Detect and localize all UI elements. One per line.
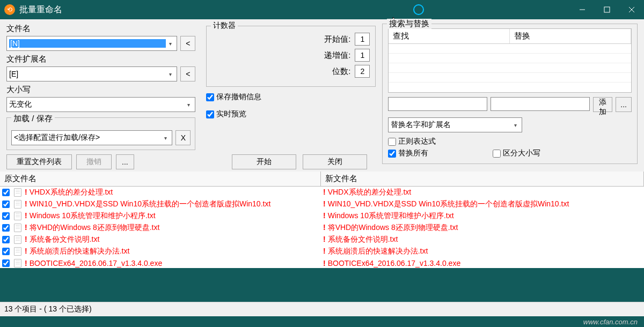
undo-button[interactable]: 撤销 [76, 154, 112, 169]
minimize-button[interactable] [570, 0, 595, 19]
file-icon [12, 224, 24, 232]
file-row[interactable]: !系统崩溃后的快速解决办法.txt!系统崩溃后的快速解决办法.txt [0, 246, 644, 257]
filename-label: 文件名 [6, 24, 195, 34]
app-logo-icon: ⟲ [4, 4, 15, 15]
reset-list-button[interactable]: 重置文件列表 [6, 154, 72, 169]
svg-rect-1 [604, 7, 610, 12]
ext-combo[interactable]: [E]▾ [6, 66, 177, 81]
ext-label: 文件扩展名 [6, 54, 195, 64]
counter-step-label: 递增值: [324, 50, 350, 61]
file-icon [12, 235, 24, 244]
file-icon [12, 212, 24, 220]
start-button[interactable]: 开始 [232, 154, 296, 169]
maximize-button[interactable] [595, 0, 619, 19]
chevron-down-icon: ▾ [184, 102, 193, 108]
file-row-checkbox[interactable] [2, 212, 10, 220]
close-dialog-button[interactable]: 关闭 [303, 154, 367, 169]
watermark: www.cfan.com.cn [583, 318, 638, 326]
counter-step-input[interactable] [355, 49, 370, 62]
cortana-icon [413, 4, 424, 15]
file-icon [12, 188, 24, 197]
chevron-down-icon: ▾ [166, 71, 174, 77]
file-row-checkbox[interactable] [2, 236, 10, 243]
case-combo[interactable]: 无变化▾ [6, 97, 195, 112]
sr-replace-input[interactable] [491, 97, 590, 111]
file-row-checkbox[interactable] [2, 200, 10, 208]
realtime-preview-checkbox[interactable]: 实时预览 [206, 109, 376, 119]
chevron-down-icon: ▾ [161, 135, 170, 141]
status-bar: 13 个项目 - ( 13 个已选择) [0, 302, 644, 316]
sr-find-input[interactable] [388, 97, 487, 111]
sr-more-button[interactable]: ... [616, 97, 632, 112]
counter-legend: 计数器 [211, 21, 238, 31]
counter-group: 计数器 开始值: 递增值: 位数: [206, 26, 376, 87]
sr-casesens-checkbox[interactable]: 区分大小写 [493, 148, 540, 158]
file-row[interactable]: !VHDX系统的差分处理.txt!VHDX系统的差分处理.txt [0, 187, 644, 198]
col-new-header: 新文件名 [321, 172, 644, 186]
counter-digits-label: 位数: [332, 66, 350, 77]
sr-scope-combo[interactable]: 替换名字和扩展名▾ [388, 117, 522, 132]
filename-combo[interactable]: [N]▾ [6, 36, 177, 51]
close-button[interactable] [619, 0, 644, 19]
sr-find-header: 查找 [389, 29, 510, 43]
sr-add-button[interactable]: 添加 [593, 97, 612, 112]
chevron-down-icon: ▾ [166, 41, 174, 47]
sr-replaceall-checkbox[interactable]: 替换所有 [388, 148, 428, 158]
ext-clear-button[interactable]: < [180, 66, 195, 81]
counter-digits-input[interactable] [355, 65, 370, 78]
file-row-checkbox[interactable] [2, 259, 10, 267]
titlebar: ⟲ 批量重命名 [0, 0, 644, 19]
file-row-checkbox[interactable] [2, 248, 10, 255]
loadsave-group: 加载 / 保存 <选择配置进行加载/保存>▾ X [6, 117, 195, 150]
loadsave-x-button[interactable]: X [175, 130, 191, 145]
more-button[interactable]: ... [116, 154, 134, 169]
sr-replace-header: 替换 [510, 29, 631, 43]
filelist-header: 原文件名 新文件名 [0, 172, 644, 187]
counter-start-label: 开始值: [324, 34, 350, 44]
file-row[interactable]: !系统备份文件说明.txt!系统备份文件说明.txt [0, 234, 644, 246]
loadsave-combo[interactable]: <选择配置进行加载/保存>▾ [11, 130, 172, 145]
file-icon [12, 259, 24, 267]
window-title: 批量重命名 [19, 4, 62, 16]
file-list[interactable]: !VHDX系统的差分处理.txt!VHDX系统的差分处理.txt!WIN10_V… [0, 187, 644, 268]
file-row-checkbox[interactable] [2, 224, 10, 232]
chevron-down-icon: ▾ [511, 122, 519, 128]
loadsave-legend: 加载 / 保存 [11, 114, 55, 124]
col-orig-header: 原文件名 [0, 172, 321, 186]
case-label: 大小写 [6, 85, 195, 95]
file-icon [12, 200, 24, 209]
file-icon [12, 247, 24, 256]
save-undo-checkbox[interactable]: 保存撤销信息 [206, 92, 376, 102]
file-row[interactable]: !BOOTICEx64_2016.06.17_v1.3.4.0.exe!BOOT… [0, 257, 644, 268]
main-panel: 文件名 [N]▾ < 文件扩展名 [E]▾ < 大小写 无变化▾ 加载 / 保存… [0, 19, 644, 172]
sr-legend: 搜索与替换 [387, 19, 431, 29]
file-row[interactable]: !Windows 10系统管理和维护小程序.txt!Windows 10系统管理… [0, 210, 644, 222]
search-replace-group: 搜索与替换 查找 替换 添加 ... 替换名字和扩展名▾ [382, 24, 638, 164]
filename-clear-button[interactable]: < [180, 36, 195, 51]
sr-table: 查找 替换 [388, 28, 632, 93]
file-row-checkbox[interactable] [2, 189, 10, 196]
file-row[interactable]: !将VHD的Windows 8还原到物理硬盘.txt!将VHD的Windows … [0, 222, 644, 234]
file-row[interactable]: !WIN10_VHD.VHDX是SSD Win10系统挂载的一个创造者版虚拟Wi… [0, 198, 644, 210]
sr-regex-checkbox[interactable]: 正则表达式 [388, 137, 436, 146]
counter-start-input[interactable] [355, 33, 370, 46]
